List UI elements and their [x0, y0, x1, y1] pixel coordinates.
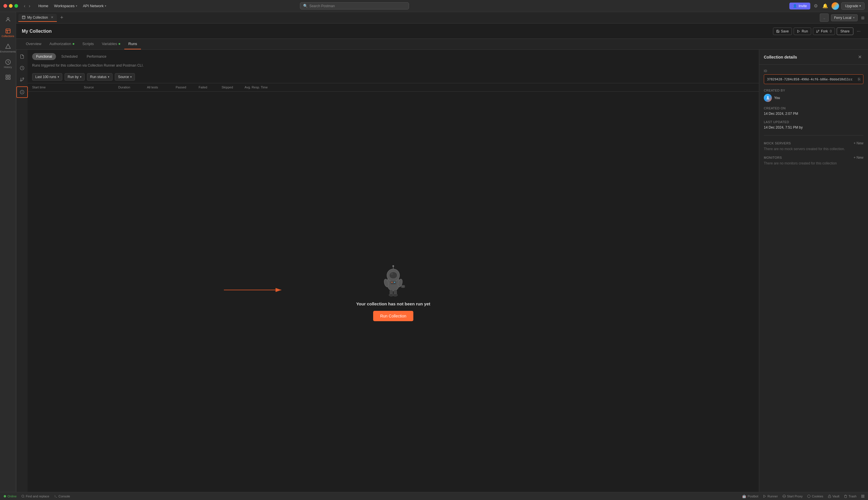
panel-close-button[interactable]: ✕ — [856, 54, 864, 60]
sidebar-item-history[interactable]: History — [1, 57, 15, 71]
avatar[interactable] — [832, 2, 839, 10]
monitors-new-button[interactable]: + New — [854, 156, 864, 160]
run-by-filter[interactable]: Run by ▾ — [65, 73, 85, 81]
vault-item[interactable]: Vault — [828, 495, 839, 498]
svg-point-42 — [767, 96, 769, 98]
nav-home[interactable]: Home — [36, 3, 51, 9]
sidebar-item-collections[interactable]: Collections — [1, 26, 15, 40]
runs-filter[interactable]: Last 100 runs ▾ — [32, 73, 62, 81]
cookies-item[interactable]: Cookies — [807, 495, 823, 498]
titlebar: ‹ › Home Workspaces ▾ API Network ▾ 🔍 Se… — [0, 0, 868, 12]
minimize-traffic-light[interactable] — [9, 4, 13, 8]
forward-button[interactable]: › — [27, 3, 31, 9]
new-tab-button[interactable]: + — [58, 13, 66, 22]
fork-button[interactable]: Fork 0 — [813, 27, 835, 35]
svg-rect-55 — [863, 497, 864, 498]
col-header-source: Source — [84, 86, 118, 89]
sidebar-item-grid[interactable] — [1, 72, 15, 82]
console-label: Console — [59, 495, 70, 498]
docs-icon-button[interactable] — [18, 52, 27, 61]
grid-status-item[interactable] — [861, 495, 865, 498]
layout-button[interactable]: ⊞ — [860, 14, 866, 21]
console-item[interactable]: Console — [54, 495, 70, 498]
cookies-icon — [807, 495, 811, 498]
col-header-start-time: Start time — [32, 86, 84, 89]
trash-label: Trash — [848, 495, 857, 498]
postbot-item[interactable]: 🤖 Postbot — [742, 494, 758, 498]
divider — [764, 135, 864, 136]
copy-id-button[interactable]: ⎘ — [858, 77, 860, 81]
col-header-failed: Failed — [198, 86, 221, 89]
history-side-icon-button[interactable] — [18, 64, 27, 72]
online-status[interactable]: Online — [3, 495, 16, 498]
svg-marker-4 — [5, 44, 10, 48]
trash-item[interactable]: Trash — [844, 495, 857, 498]
panel-content: ID 37829428-7284c858-490d-4cf6-b86e-0bbb… — [759, 65, 868, 492]
tab-close-button[interactable]: ✕ — [51, 15, 53, 19]
proxy-icon — [783, 495, 786, 498]
svg-point-15 — [816, 32, 817, 33]
mock-servers-new-button[interactable]: + New — [854, 141, 864, 145]
col-header-avg-resp: Avg. Resp. Time — [244, 86, 754, 89]
tab-overview[interactable]: Overview — [22, 39, 45, 49]
nav-api-network[interactable]: API Network ▾ — [81, 3, 108, 9]
sidebar-item-environments[interactable]: Environments — [1, 41, 15, 56]
created-by-row: You — [764, 94, 864, 102]
svg-rect-6 — [6, 75, 8, 77]
back-button[interactable]: ‹ — [23, 3, 26, 9]
start-proxy-item[interactable]: Start Proxy — [783, 495, 802, 498]
performance-tab[interactable]: Performance — [83, 53, 111, 60]
close-traffic-light[interactable] — [3, 4, 7, 8]
fork-side-icon-button[interactable] — [18, 75, 27, 84]
nav-workspaces[interactable]: Workspaces ▾ — [52, 3, 79, 9]
cookies-label: Cookies — [812, 495, 823, 498]
panel-title: Collection details — [764, 55, 856, 59]
collection-header-row: My Collection Save — [22, 27, 862, 38]
maximize-traffic-light[interactable] — [14, 4, 18, 8]
runner-item[interactable]: Runner — [763, 495, 778, 498]
run-status-filter[interactable]: Run status ▾ — [87, 73, 113, 81]
source-filter[interactable]: Source ▾ — [115, 73, 135, 81]
chevron-down-icon: ▾ — [105, 4, 106, 8]
side-icons — [16, 50, 27, 492]
tab-authorization[interactable]: Authorization — [45, 39, 78, 49]
sidebar-item-user[interactable] — [1, 14, 15, 25]
user-avatar — [764, 94, 772, 102]
created-by-value: You — [774, 96, 780, 100]
tab-runs[interactable]: Runs — [124, 39, 141, 49]
info-icon-button[interactable] — [18, 88, 27, 97]
authorization-dot — [73, 43, 75, 45]
scheduled-tab[interactable]: Scheduled — [57, 53, 81, 60]
functional-tab[interactable]: Functional — [32, 53, 56, 60]
runs-main: Functional Scheduled Performance Runs tr… — [27, 50, 759, 492]
tab-variables[interactable]: Variables — [98, 39, 124, 49]
user-icon — [5, 16, 11, 22]
find-replace-item[interactable]: Find and replace — [21, 495, 49, 498]
share-button[interactable]: Share — [837, 27, 853, 35]
env-dropdown[interactable]: ⌄ — [820, 13, 829, 22]
run-button[interactable]: Run — [793, 27, 811, 35]
svg-rect-1 — [6, 29, 10, 33]
run-collection-button[interactable]: Run Collection — [373, 311, 413, 321]
main-tab[interactable]: My Collection ✕ — [19, 14, 57, 22]
upgrade-button[interactable]: Upgrade ▾ — [841, 2, 865, 10]
invite-button[interactable]: 👤 Invite — [789, 3, 810, 10]
table-header: Start time Source Duration All tests Pas… — [27, 83, 759, 92]
tab-scripts[interactable]: Scripts — [78, 39, 98, 49]
bell-button[interactable]: 🔔 — [821, 2, 829, 10]
col-header-duration: Duration — [118, 86, 147, 89]
ferry-local-selector[interactable]: Ferry Local ▾ — [831, 14, 858, 21]
chevron-down-icon: ▾ — [76, 4, 77, 8]
save-button[interactable]: Save — [773, 27, 792, 35]
user-plus-icon: 👤 — [793, 4, 797, 8]
titlebar-right: 👤 Invite ⚙ 🔔 Upgrade ▾ — [789, 2, 865, 10]
find-replace-icon — [21, 495, 25, 498]
search-bar[interactable]: 🔍 Search Postman — [300, 2, 409, 10]
more-options-button[interactable]: ··· — [855, 27, 862, 35]
id-label: ID — [764, 69, 864, 72]
chevron-down-icon: ▾ — [80, 76, 81, 78]
settings-button[interactable]: ⚙ — [813, 2, 819, 10]
svg-marker-47 — [764, 495, 766, 497]
info-icon-highlighted-box — [16, 87, 28, 98]
collections-icon — [5, 28, 11, 34]
